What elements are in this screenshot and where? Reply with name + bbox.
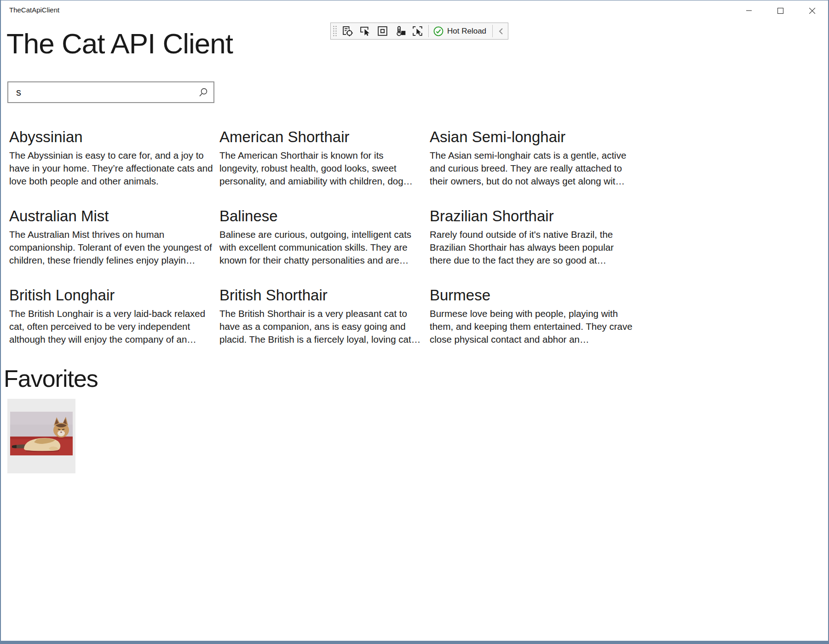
- breed-item-burmese[interactable]: Burmese Burmese love being with people, …: [430, 286, 635, 345]
- breed-description: Rarely found outside of it's native Braz…: [430, 228, 635, 266]
- favorite-item[interactable]: [7, 399, 75, 473]
- breed-name: Asian Semi-longhair: [430, 127, 635, 146]
- toolbar-separator: [492, 25, 493, 37]
- favorites-heading: Favorites: [4, 365, 98, 392]
- breed-item-american-shorthair[interactable]: American Shorthair The American Shorthai…: [219, 127, 425, 187]
- cat-photo: [10, 412, 73, 455]
- breed-item-australian-mist[interactable]: Australian Mist The Australian Mist thri…: [9, 207, 214, 266]
- breed-item-asian-semi-longhair[interactable]: Asian Semi-longhair The Asian semi-longh…: [430, 127, 635, 187]
- app-window: TheCatApiClient: [0, 0, 829, 644]
- breed-description: Burmese love being with people, playing …: [430, 307, 635, 345]
- close-button[interactable]: [796, 0, 828, 21]
- diagnostics-button[interactable]: [391, 24, 409, 38]
- chevron-left-icon: [498, 28, 504, 35]
- breed-name: American Shorthair: [219, 127, 425, 146]
- breed-name: Brazilian Shorthair: [430, 207, 635, 225]
- breed-description: The Australian Mist thrives on human com…: [9, 228, 214, 266]
- close-icon: [809, 8, 815, 14]
- track-focused-element-icon: [411, 25, 424, 37]
- toolbar-grip[interactable]: [332, 25, 337, 37]
- breed-name: Burmese: [430, 286, 635, 305]
- breed-item-british-shorthair[interactable]: British Shorthair The British Shorthair …: [219, 286, 425, 345]
- breed-description: The Asian semi-longhair cats is a gentle…: [430, 149, 635, 187]
- window-controls: [733, 0, 828, 21]
- minimize-button[interactable]: [733, 0, 765, 21]
- breed-description: The British Longhair is a very laid-back…: [9, 307, 214, 345]
- toolbar-separator: [428, 25, 429, 37]
- hot-reload-label: Hot Reload: [447, 27, 486, 36]
- breed-item-balinese[interactable]: Balinese Balinese are curious, outgoing,…: [219, 207, 425, 266]
- live-visual-tree-button[interactable]: [339, 24, 356, 38]
- search-box: [7, 81, 214, 103]
- display-layout-adorners-icon: [376, 25, 389, 37]
- hot-reload-indicator[interactable]: Hot Reload: [431, 26, 490, 36]
- search-button[interactable]: [193, 82, 213, 102]
- breed-description: The American Shorthair is known for its …: [219, 149, 425, 187]
- thermometer-icon: [394, 25, 406, 37]
- hot-reload-check-icon: [433, 26, 443, 36]
- search-icon: [198, 87, 208, 98]
- enable-selection-icon: [359, 25, 371, 37]
- collapse-toolbar-button[interactable]: [495, 24, 507, 38]
- breed-item-abyssinian[interactable]: Abyssinian The Abyssinian is easy to car…: [9, 127, 214, 187]
- breed-item-british-longhair[interactable]: British Longhair The British Longhair is…: [9, 286, 214, 345]
- search-input[interactable]: [8, 82, 193, 102]
- breed-name: Balinese: [219, 207, 425, 225]
- breed-item-brazilian-shorthair[interactable]: Brazilian Shorthair Rarely found outside…: [430, 207, 635, 266]
- maximize-icon: [777, 8, 783, 14]
- maximize-button[interactable]: [765, 0, 796, 21]
- debug-toolbar: Hot Reload: [330, 23, 508, 40]
- breed-description: The Abyssinian is easy to care for, and …: [9, 149, 214, 187]
- minimize-icon: [746, 8, 752, 13]
- track-focused-element-button[interactable]: [409, 24, 426, 38]
- breed-list: Abyssinian The Abyssinian is easy to car…: [9, 127, 644, 345]
- page-title: The Cat API Client: [6, 27, 233, 60]
- breed-description: Balinese are curious, outgoing, intellig…: [219, 228, 425, 266]
- breed-name: British Shorthair: [219, 286, 425, 305]
- breed-name: Australian Mist: [9, 207, 214, 225]
- breed-name: Abyssinian: [9, 127, 214, 146]
- breed-name: British Longhair: [9, 286, 214, 305]
- breed-description: The British Shorthair is a very pleasant…: [219, 307, 425, 345]
- titlebar[interactable]: TheCatApiClient: [1, 0, 828, 21]
- enable-selection-button[interactable]: [356, 24, 374, 38]
- window-title: TheCatApiClient: [9, 6, 59, 14]
- display-layout-adorners-button[interactable]: [374, 24, 391, 38]
- live-visual-tree-icon: [341, 25, 354, 37]
